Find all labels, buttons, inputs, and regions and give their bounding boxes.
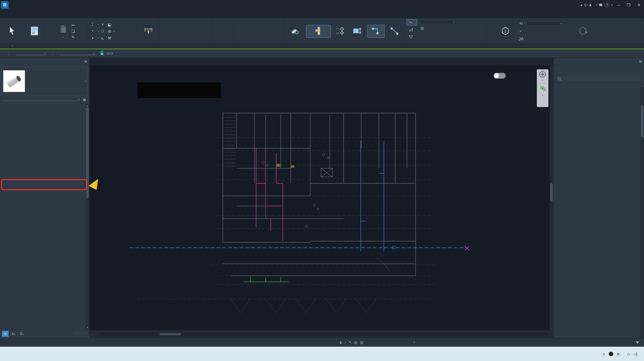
inherit-elevation-button[interactable] <box>332 25 348 38</box>
loaded-tags-button[interactable] <box>566 25 601 38</box>
options-apply-button[interactable] <box>107 53 113 54</box>
middle-elevation-dropdown[interactable]: ▾ <box>60 52 96 55</box>
leader-length-field[interactable] <box>526 38 556 40</box>
close-button[interactable]: ✕ <box>635 2 643 8</box>
sort-default-button[interactable]: ≣ <box>2 331 9 337</box>
paste-button[interactable]: ▾ <box>57 23 69 39</box>
help-icon[interactable]: ? <box>605 3 610 7</box>
project-browser-scrollbar[interactable]: ▲ <box>640 84 644 338</box>
nav-chevron2-icon[interactable]: ▾ <box>542 94 543 96</box>
project-browser-toolbar <box>554 65 644 74</box>
panel-tag: 1 ⟲ ▾ ⌐ ⤸A <box>486 18 610 48</box>
editable-icon[interactable]: ✎ <box>349 340 352 344</box>
filter-icon[interactable] <box>636 341 639 344</box>
change-slope-button[interactable] <box>386 25 403 38</box>
slope-down-button[interactable] <box>407 34 417 40</box>
panel-geometry: ⌶ ▾ ◖ ⬕ ◔ ▾ ⍈ ⊛▾ ◑ ▾ ⊾ ⚒ <box>88 18 138 48</box>
accelerated-graphics-control <box>494 73 509 79</box>
copy-icon[interactable]: ❏ <box>70 28 76 34</box>
type-selector-chevron-icon[interactable]: ▾ <box>85 80 86 82</box>
modify-button[interactable] <box>6 25 18 38</box>
cut-icon[interactable]: ✂ <box>70 22 76 28</box>
slope-up-button[interactable] <box>407 26 417 33</box>
collapse-icon[interactable]: ◂ <box>580 3 582 7</box>
minimize-button[interactable]: ─ <box>615 3 622 8</box>
tray-app1-icon[interactable] <box>609 352 613 356</box>
edit-type-button[interactable]: ⊞ <box>83 98 87 102</box>
inherit-size-button[interactable] <box>349 25 364 38</box>
split-face-icon[interactable]: ⍈ <box>100 28 105 34</box>
panel-label-placement-tools <box>283 43 366 48</box>
status-right-icons <box>633 341 641 344</box>
change-slope-icon <box>389 26 399 36</box>
panel-label-clipboard <box>45 43 88 48</box>
orientation-dropdown[interactable]: ▾ <box>526 22 564 25</box>
cut-geometry-icon[interactable]: ◖ <box>100 22 105 27</box>
canvas-vertical-scrollbar[interactable] <box>550 65 553 330</box>
zoom-tool-icon[interactable] <box>539 85 546 91</box>
canvas-horizontal-scrollbar[interactable] <box>99 333 549 336</box>
tray-network-icon[interactable]: ⊕ <box>617 352 620 356</box>
demolish-icon[interactable]: ⊛ <box>107 28 112 34</box>
justification-button[interactable] <box>285 25 305 38</box>
hammer-icon[interactable]: ⚒ <box>107 35 112 41</box>
worksets-chevron-icon[interactable]: ▾ <box>345 341 346 344</box>
nav-chevron-icon[interactable]: ▾ <box>542 79 543 82</box>
project-browser-close-icon[interactable]: ✕ <box>639 59 642 64</box>
filter-dropdown[interactable]: ▾ <box>3 98 79 101</box>
restore-button[interactable]: ❐ <box>624 2 633 8</box>
panel-placement-tools <box>283 18 366 48</box>
worksets-icon[interactable]: ♟ <box>339 340 342 344</box>
project-browser-tree: ▲ <box>554 84 644 338</box>
revit-window: R ◂ ⚲ ♟ ▾ ⛟ ? ▾ ─ ❐ ✕ <box>0 0 644 361</box>
account-chevron-icon[interactable]: ▾ <box>596 4 597 6</box>
wall-joins-icon[interactable]: ⊾ <box>100 35 105 41</box>
search-help-icon[interactable]: ⚲ <box>584 3 587 7</box>
match-type-icon[interactable]: ✎ <box>70 34 76 40</box>
store-cart-icon[interactable]: ⛟ <box>599 3 602 7</box>
properties-apply-button[interactable] <box>74 333 87 335</box>
main-model-chevron-icon[interactable]: ▾ <box>414 341 415 344</box>
revit-logo-icon[interactable]: R <box>1 1 9 9</box>
panel-sloped-piping: ▾ ⊟ <box>405 18 486 48</box>
slope-off-button[interactable] <box>407 19 417 26</box>
properties-toggle-button[interactable] <box>28 25 41 37</box>
navigation-bar[interactable]: ▾ ▾ <box>537 69 548 107</box>
inherit-size-icon <box>352 26 362 36</box>
main-model-icon[interactable]: ▥ <box>360 340 364 344</box>
edit-type-icon: ⊞ <box>83 98 86 102</box>
panel-label-select[interactable]: ▾ <box>0 43 24 48</box>
diameter-dropdown[interactable]: ▾ <box>16 52 47 55</box>
unlock-icon[interactable] <box>100 50 105 57</box>
sort-za-button[interactable]: Z↓ <box>19 331 25 337</box>
tray-chevron-icon[interactable]: ∧ <box>602 352 605 356</box>
sort-az-button[interactable]: A↓ <box>10 331 17 337</box>
activate-controls-button[interactable] <box>142 25 155 38</box>
type-selector[interactable]: ▾ <box>2 66 88 96</box>
panel-clipboard: ▾ ✂ ❏ ✎ <box>45 18 88 48</box>
paint-icon[interactable]: ⬕ <box>107 22 112 27</box>
orientation-icon: ⟲ <box>518 21 524 26</box>
svg-text:1: 1 <box>504 29 506 33</box>
tag-on-placement-button[interactable]: 1 <box>495 25 516 38</box>
tablet-icon[interactable]: ▭ <box>627 352 630 356</box>
drawing-viewport[interactable]: ▾ ▾ <box>90 65 553 330</box>
panel-label-sloped-piping <box>405 43 486 48</box>
help-chevron-icon[interactable]: ▾ <box>612 4 613 6</box>
system-tray: ∧ ⊕ ▭ ◁) <box>602 352 641 356</box>
panel-measure <box>234 18 254 48</box>
panel-select: ▾ <box>0 18 24 48</box>
properties-close-icon[interactable]: ✕ <box>84 59 87 64</box>
show-slope-tooltip-button[interactable]: ⊟ <box>419 25 484 31</box>
automatically-connect-button[interactable] <box>306 25 331 38</box>
user-avatar-icon[interactable]: ♟ <box>589 3 592 7</box>
design-options-icon[interactable]: ▤ <box>354 340 358 344</box>
slope-tooltip-icon: ⊟ <box>419 25 425 31</box>
steering-wheel-icon[interactable] <box>539 71 546 78</box>
accelerated-graphics-toggle[interactable] <box>494 73 506 79</box>
slope-value-dropdown[interactable]: ▾ <box>419 20 457 24</box>
add-vertical-button[interactable] <box>367 25 385 38</box>
properties-scrollbar[interactable]: ▲ ▼ <box>86 104 89 329</box>
speaker-icon[interactable]: ◁) <box>634 352 637 356</box>
search-input[interactable] <box>556 75 642 82</box>
